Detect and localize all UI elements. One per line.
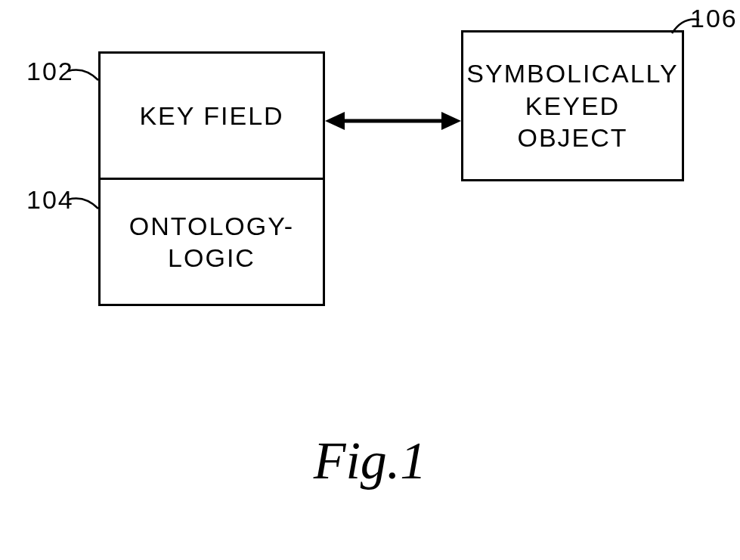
box-ontology-logic: ONTOLOGY- LOGIC [98, 178, 325, 306]
box-symbolically-keyed-object-label: SYMBOLICALLY KEYED OBJECT [466, 57, 678, 154]
box-ontology-logic-label: ONTOLOGY- LOGIC [129, 210, 294, 274]
svg-marker-1 [325, 112, 345, 130]
svg-marker-2 [441, 112, 461, 130]
ref-label-106: 106 [690, 4, 738, 33]
box-key-field: KEY FIELD [98, 51, 325, 180]
diagram-canvas: KEY FIELD ONTOLOGY- LOGIC SYMBOLICALLY K… [0, 0, 740, 560]
ref-label-102: 102 [26, 57, 74, 86]
box-symbolically-keyed-object: SYMBOLICALLY KEYED OBJECT [461, 30, 684, 181]
figure-caption: Fig.1 [0, 431, 740, 491]
double-arrow [325, 106, 461, 136]
ref-label-104: 104 [26, 185, 74, 215]
box-key-field-label: KEY FIELD [139, 100, 283, 132]
